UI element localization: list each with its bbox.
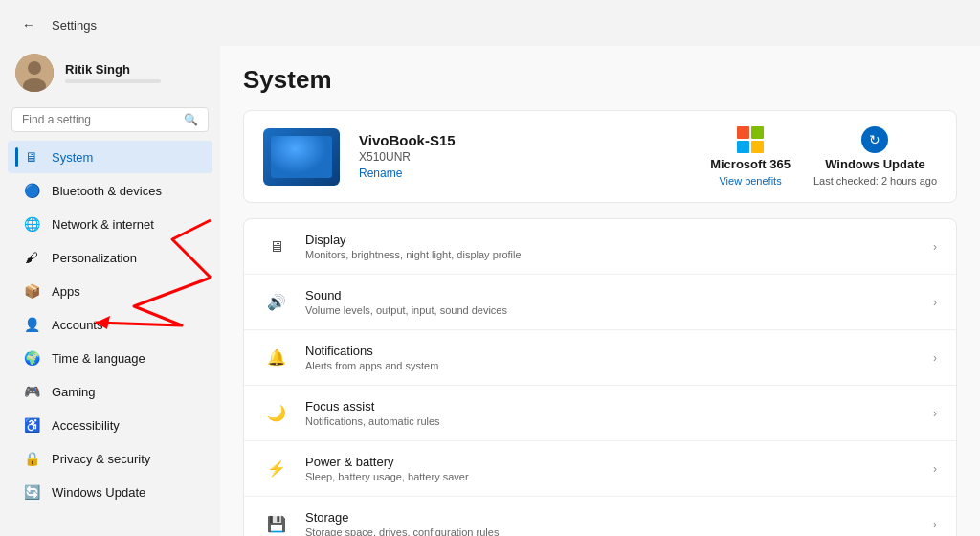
settings-icon-focus-assist: 🌙 [263,400,290,427]
nav-icon-system: 🖥 [23,148,40,166]
nav-label-apps: Apps [52,284,80,299]
nav-label-gaming: Gaming [52,385,96,399]
ms365-subtitle[interactable]: View benefits [719,175,781,187]
sidebar-item-apps[interactable]: 📦 Apps [8,275,212,307]
nav-icon-bluetooth: 🔵 [23,182,40,199]
ms365-action[interactable]: Microsoft 365 View benefits [710,126,791,187]
search-box[interactable]: 🔍 [11,107,209,132]
nav-icon-accounts: 👤 [23,316,40,333]
main-layout: Ritik Singh 🔍 🖥 System 🔵 Bluetooth & dev… [0,46,980,536]
windows-update-title: Windows Update [825,157,925,171]
settings-title-power-battery: Power & battery [305,455,918,469]
device-card: VivoBook-S15 X510UNR Rename Microsoft 36… [243,110,957,203]
settings-title-focus-assist: Focus assist [305,399,918,413]
nav-label-system: System [52,150,93,165]
settings-icon-sound: 🔊 [263,289,290,316]
chevron-icon-focus-assist: › [933,407,937,420]
title-bar: ← Settings [0,0,980,46]
settings-list: 🖥 Display Monitors, brightness, night li… [243,218,957,536]
sidebar-item-system[interactable]: 🖥 System [8,141,212,173]
ms-logo-red [737,126,749,139]
sidebar-item-accounts[interactable]: 👤 Accounts [8,308,212,341]
chevron-icon-storage: › [933,518,937,531]
device-actions: Microsoft 365 View benefits ↻ Windows Up… [710,126,937,187]
back-button[interactable]: ← [15,11,42,38]
nav-label-privacy: Privacy & security [52,452,150,466]
sidebar-item-windows-update[interactable]: 🔄 Windows Update [8,476,212,508]
user-name: Ritik Singh [65,62,161,77]
sidebar-item-bluetooth[interactable]: 🔵 Bluetooth & devices [8,174,212,207]
settings-text-power-battery: Power & battery Sleep, battery usage, ba… [305,455,918,482]
search-input[interactable] [22,113,176,126]
page-title: System [243,65,957,95]
settings-title-notifications: Notifications [305,344,918,358]
sidebar-item-personalization[interactable]: 🖌 Personalization [8,241,212,274]
sidebar-item-network[interactable]: 🌐 Network & internet [8,208,212,240]
nav-icon-windows-update: 🔄 [23,483,40,501]
ms-logo-green [751,126,764,139]
windows-update-subtitle: Last checked: 2 hours ago [813,175,937,187]
settings-desc-sound: Volume levels, output, input, sound devi… [305,304,918,316]
chevron-icon-sound: › [933,296,937,309]
avatar [15,54,54,92]
nav-icon-accessibility: ♿ [23,416,40,434]
settings-desc-power-battery: Sleep, battery usage, battery saver [305,471,918,482]
sidebar-item-time[interactable]: 🌍 Time & language [8,342,212,374]
nav-icon-network: 🌐 [23,215,40,233]
svg-point-1 [28,61,41,75]
settings-title-sound: Sound [305,288,918,302]
windows-update-action[interactable]: ↻ Windows Update Last checked: 2 hours a… [813,126,937,187]
nav-icon-gaming: 🎮 [23,383,40,400]
settings-item-focus-assist[interactable]: 🌙 Focus assist Notifications, automatic … [244,386,956,441]
settings-text-focus-assist: Focus assist Notifications, automatic ru… [305,399,918,427]
nav-label-network: Network & internet [52,217,154,232]
chevron-icon-notifications: › [933,351,937,365]
nav-label-personalization: Personalization [52,251,137,265]
user-profile: Ritik Singh [0,46,220,103]
settings-item-storage[interactable]: 💾 Storage Storage space, drives, configu… [244,497,956,536]
device-model: X510UNR [359,150,691,164]
user-info: Ritik Singh [65,62,161,83]
settings-item-sound[interactable]: 🔊 Sound Volume levels, output, input, so… [244,275,956,330]
nav-label-windows-update: Windows Update [52,485,145,500]
nav-label-accounts: Accounts [52,318,102,332]
nav-label-accessibility: Accessibility [52,418,120,433]
settings-icon-notifications: 🔔 [263,345,290,371]
settings-desc-display: Monitors, brightness, night light, displ… [305,249,918,260]
settings-desc-storage: Storage space, drives, configuration rul… [305,526,918,536]
settings-desc-notifications: Alerts from apps and system [305,360,918,371]
settings-text-display: Display Monitors, brightness, night ligh… [305,233,918,260]
settings-text-sound: Sound Volume levels, output, input, soun… [305,288,918,316]
settings-icon-power-battery: ⚡ [263,456,290,482]
settings-title-storage: Storage [305,510,918,525]
app-container: ← Settings Ritik Singh [0,0,980,536]
chevron-icon-power-battery: › [933,462,937,476]
ms-logo-yellow [751,141,764,153]
main-content: System VivoBook-S15 X510UNR Rename [220,46,980,536]
ms-logo-blue [737,141,749,153]
chevron-icon-display: › [933,240,937,254]
nav-label-time: Time & language [52,351,145,366]
nav-label-bluetooth: Bluetooth & devices [52,184,162,198]
nav-icon-apps: 📦 [23,282,40,300]
search-icon: 🔍 [184,113,198,126]
sidebar-item-privacy[interactable]: 🔒 Privacy & security [8,442,212,475]
ms365-title: Microsoft 365 [710,157,791,171]
settings-text-notifications: Notifications Alerts from apps and syste… [305,344,918,371]
nav-icon-privacy: 🔒 [23,450,40,467]
nav-icon-time: 🌍 [23,349,40,367]
ms-logo [737,126,764,153]
settings-item-display[interactable]: 🖥 Display Monitors, brightness, night li… [244,219,956,275]
windows-update-icon: ↻ [861,126,888,153]
title-bar-text: Settings [52,18,97,33]
settings-title-display: Display [305,233,918,247]
nav-items-container: 🖥 System 🔵 Bluetooth & devices 🌐 Network… [0,140,220,509]
device-image [263,128,340,186]
sidebar-item-accessibility[interactable]: ♿ Accessibility [8,409,212,441]
settings-item-notifications[interactable]: 🔔 Notifications Alerts from apps and sys… [244,330,956,386]
device-rename-link[interactable]: Rename [359,167,402,180]
sidebar-item-gaming[interactable]: 🎮 Gaming [8,375,212,408]
settings-desc-focus-assist: Notifications, automatic rules [305,415,918,427]
sidebar: Ritik Singh 🔍 🖥 System 🔵 Bluetooth & dev… [0,46,220,536]
settings-item-power-battery[interactable]: ⚡ Power & battery Sleep, battery usage, … [244,441,956,497]
